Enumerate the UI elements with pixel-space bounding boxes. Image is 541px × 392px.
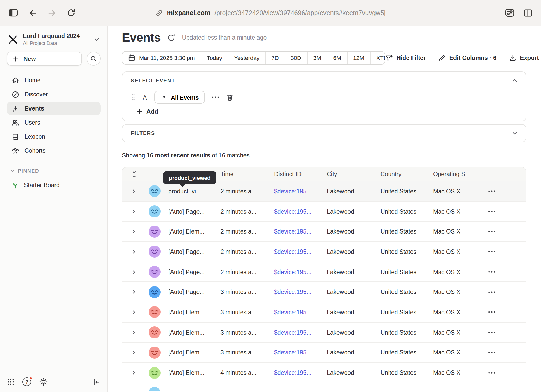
col-country[interactable]: Country [380, 171, 433, 177]
range-6m[interactable]: 6M [327, 52, 347, 64]
table-row[interactable]: [Auto] Page... 2 minutes a... $device:19… [122, 201, 526, 222]
event-options-icon[interactable] [212, 96, 219, 99]
distinct-id-link[interactable]: $device:195... [274, 370, 327, 376]
range-3m[interactable]: 3M [307, 52, 327, 64]
row-actions-icon[interactable] [488, 291, 496, 293]
export-button[interactable]: Export [509, 54, 539, 62]
expand-row-icon[interactable] [131, 390, 137, 391]
distinct-id-link[interactable]: $device:195... [274, 188, 327, 194]
distinct-id-link[interactable]: $device:195... [274, 269, 327, 275]
table-row[interactable] [122, 383, 526, 391]
browser-settings-icon[interactable] [505, 8, 515, 18]
sidebar-item-events[interactable]: Events [7, 102, 101, 115]
range-today[interactable]: Today [201, 52, 228, 64]
row-actions-icon[interactable] [488, 250, 496, 253]
expand-row-icon[interactable] [131, 350, 137, 355]
table-row[interactable]: [Auto] Page... 2 minutes a... $device:19… [122, 262, 526, 282]
range-7d[interactable]: 7D [265, 52, 284, 64]
new-button[interactable]: New [7, 52, 82, 66]
back-icon[interactable] [28, 8, 38, 17]
collapse-all-icon[interactable] [131, 171, 137, 177]
row-actions-icon[interactable] [488, 190, 496, 193]
plus-icon [13, 56, 19, 62]
expand-row-icon[interactable] [131, 229, 137, 234]
pinned-section-toggle[interactable]: PINNED [7, 168, 101, 174]
range-yesterday[interactable]: Yesterday [228, 52, 265, 64]
table-row[interactable]: [Auto] Page... 3 minutes a... $device:19… [122, 282, 526, 302]
help-icon[interactable]: ? [22, 377, 31, 386]
search-button[interactable] [87, 52, 101, 66]
distinct-id-link[interactable]: $device:195... [274, 208, 327, 215]
distinct-id-link[interactable]: $device:195... [274, 350, 327, 356]
project-switcher[interactable]: Lord Farquaad 2024 All Project Data [7, 31, 101, 52]
sidebar-item-starter-board[interactable]: Starter Board [7, 178, 101, 192]
col-os[interactable]: Operating S [433, 171, 485, 177]
all-events-selector[interactable]: All Events [154, 91, 205, 104]
col-distinct-id[interactable]: Distinct ID [274, 171, 327, 177]
row-actions-icon[interactable] [488, 230, 496, 233]
forward-icon[interactable] [47, 8, 57, 17]
expand-row-icon[interactable] [131, 370, 137, 375]
add-event-button[interactable]: Add [137, 108, 158, 115]
edit-columns-label: Edit Columns · 6 [449, 55, 496, 61]
expand-row-icon[interactable] [131, 290, 137, 295]
address-bar[interactable]: mixpanel.com/project/3472420/view/397469… [156, 9, 386, 16]
sidebar-item-lexicon[interactable]: Lexicon [7, 130, 101, 143]
range-12m[interactable]: 12M [347, 52, 370, 64]
distinct-id-link[interactable]: $device:195... [274, 329, 327, 335]
table-row[interactable]: [Auto] Elem... 3 minutes a... $device:19… [122, 323, 526, 343]
reload-icon[interactable] [67, 8, 76, 17]
chevron-down-icon[interactable] [512, 130, 518, 136]
col-time[interactable]: Time [220, 171, 274, 177]
apps-grid-icon[interactable] [7, 378, 15, 386]
filters-panel: FILTERS [122, 124, 526, 142]
chevron-up-icon[interactable] [512, 78, 518, 83]
country-cell: United States [380, 289, 433, 295]
pencil-icon [438, 54, 446, 62]
sidebar-item-cohorts[interactable]: Cohorts [7, 144, 101, 157]
edit-columns-button[interactable]: Edit Columns · 6 [438, 54, 496, 62]
table-row[interactable]: [Auto] Elem... 3 minutes a... $device:19… [122, 343, 526, 363]
table-row[interactable]: [Auto] Elem... 2 minutes a... $device:19… [122, 222, 526, 242]
split-view-icon[interactable] [523, 8, 533, 17]
sidebar-item-users[interactable]: Users [7, 116, 101, 129]
table-row[interactable]: [Auto] Page... 2 minutes a... $device:19… [122, 242, 526, 262]
range-label: 7D [271, 55, 279, 61]
row-actions-icon[interactable] [488, 351, 496, 354]
distinct-id-link[interactable]: $device:195... [274, 289, 327, 295]
distinct-id-link[interactable]: $device:195... [274, 249, 327, 255]
distinct-id-link[interactable]: $device:195... [274, 309, 327, 315]
refresh-icon[interactable] [167, 34, 175, 41]
row-actions-icon[interactable] [488, 331, 496, 334]
expand-row-icon[interactable] [131, 269, 137, 274]
table-row[interactable]: [Auto] Elem... 3 minutes a... $device:19… [122, 302, 526, 322]
expand-row-icon[interactable] [131, 330, 137, 335]
col-city[interactable]: City [327, 171, 380, 177]
distinct-id-link[interactable]: $device:195... [274, 228, 327, 235]
filter-plus-icon [385, 54, 393, 62]
sidebar-item-home[interactable]: Home [7, 74, 101, 87]
settings-gear-icon[interactable] [39, 377, 48, 386]
sidebar-toggle-icon[interactable] [8, 8, 18, 18]
range-xtd[interactable]: XTD [370, 52, 385, 64]
expand-row-icon[interactable] [131, 249, 137, 254]
row-actions-icon[interactable] [488, 210, 496, 213]
range-30d[interactable]: 30D [285, 52, 307, 64]
expand-row-icon[interactable] [131, 189, 137, 194]
row-actions-icon[interactable] [488, 271, 496, 273]
date-picker-button[interactable]: Mar 11, 2025 3:30 pm [122, 52, 201, 64]
drag-handle-icon[interactable] [131, 93, 136, 101]
time-cell: 2 minutes a... [220, 228, 274, 235]
collapse-sidebar-icon[interactable] [92, 378, 101, 386]
time-cell: 3 minutes a... [220, 350, 274, 356]
trash-icon[interactable] [226, 94, 233, 101]
expand-row-icon[interactable] [131, 209, 137, 214]
row-actions-icon[interactable] [488, 311, 496, 314]
table-row[interactable]: [Auto] Elem... 4 minutes a... $device:19… [122, 363, 526, 383]
row-actions-icon[interactable] [488, 371, 496, 374]
hide-filter-button[interactable]: Hide Filter [385, 54, 426, 62]
sidebar-item-discover[interactable]: Discover [7, 88, 101, 101]
sprout-icon [11, 181, 19, 189]
project-subtitle: All Project Data [23, 40, 89, 46]
expand-row-icon[interactable] [131, 310, 137, 315]
